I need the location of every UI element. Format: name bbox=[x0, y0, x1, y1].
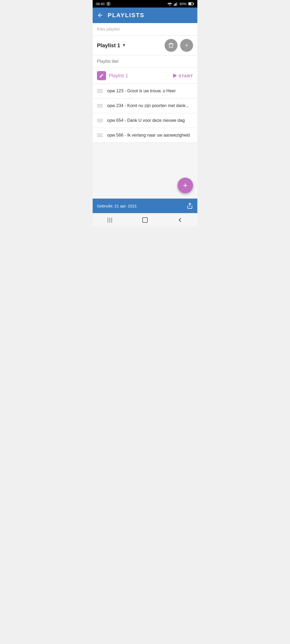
list-item[interactable]: opw 566 - Ik verlang naar uw aanwezighei… bbox=[93, 128, 197, 143]
playlist-title-input[interactable] bbox=[97, 59, 193, 64]
action-buttons: + bbox=[165, 39, 193, 52]
main-content: Kies playlist Playlist 1 ▼ + Pl bbox=[93, 23, 197, 199]
list-item[interactable]: opw 234 - Komt nu zijn poorten met dank.… bbox=[93, 98, 197, 113]
start-label: START bbox=[179, 74, 193, 78]
nav-bar: ||| bbox=[93, 213, 197, 226]
recent-apps-icon: ||| bbox=[107, 217, 113, 223]
status-left: 08:40 1 bbox=[96, 2, 111, 6]
delete-playlist-button[interactable] bbox=[165, 39, 177, 52]
recent-apps-button[interactable]: ||| bbox=[103, 215, 117, 225]
bottom-bar: Gebruikt: 21 apr. 2021 bbox=[93, 199, 197, 213]
list-item[interactable]: opw 654 - Dank U voor deze nieuwe dag bbox=[93, 113, 197, 128]
wifi-icon bbox=[167, 2, 172, 6]
top-bar: PLAYLISTS bbox=[93, 8, 197, 23]
back-nav-icon bbox=[177, 217, 183, 223]
svg-rect-0 bbox=[174, 5, 175, 6]
battery-level: 60% bbox=[180, 2, 187, 6]
share-icon bbox=[187, 203, 193, 209]
battery-icon bbox=[188, 2, 194, 5]
playlist-title-row bbox=[93, 55, 197, 68]
chevron-down-icon: ▼ bbox=[122, 43, 126, 48]
song-title: opw 234 - Komt nu zijn poorten met dank.… bbox=[107, 103, 189, 108]
status-bar: 08:40 1 60% bbox=[93, 0, 197, 8]
edit-icon bbox=[99, 73, 104, 78]
add-song-fab[interactable]: + bbox=[177, 178, 193, 193]
signal-icon bbox=[174, 2, 178, 6]
svg-rect-6 bbox=[189, 3, 191, 5]
start-button[interactable]: START bbox=[173, 74, 193, 78]
svg-rect-2 bbox=[176, 3, 176, 6]
playlist-active-row: Playlist 1 START bbox=[93, 68, 197, 84]
play-icon bbox=[173, 74, 177, 78]
song-title: opw 123 - Groot is uw trouw, o Heer bbox=[107, 89, 176, 93]
plus-icon: + bbox=[185, 42, 188, 49]
svg-rect-5 bbox=[193, 3, 194, 5]
drag-handle-icon bbox=[97, 89, 103, 93]
kies-playlist-placeholder: Kies playlist bbox=[97, 27, 119, 31]
svg-rect-1 bbox=[175, 4, 175, 6]
back-button[interactable] bbox=[97, 12, 103, 19]
list-item[interactable]: opw 123 - Groot is uw trouw, o Heer bbox=[93, 84, 197, 98]
back-nav-button[interactable] bbox=[173, 215, 187, 225]
kies-playlist-selector[interactable]: Kies playlist bbox=[93, 23, 197, 36]
status-time: 08:40 bbox=[96, 2, 105, 6]
playlist-dropdown[interactable]: Playlist 1 ▼ bbox=[97, 42, 165, 49]
home-icon bbox=[142, 217, 148, 223]
playlist-name: Playlist 1 bbox=[97, 42, 120, 49]
gebruikt-date: Gebruikt: 21 apr. 2021 bbox=[97, 204, 137, 208]
song-title: opw 566 - Ik verlang naar uw aanwezighei… bbox=[107, 133, 190, 138]
trash-icon bbox=[168, 42, 174, 48]
page-title: PLAYLISTS bbox=[108, 12, 144, 19]
drag-handle-icon bbox=[97, 134, 103, 137]
edit-icon-wrapper bbox=[97, 71, 106, 80]
song-title: opw 654 - Dank U voor deze nieuwe dag bbox=[107, 118, 185, 123]
svg-rect-7 bbox=[143, 218, 147, 222]
share-button[interactable] bbox=[187, 203, 193, 209]
home-button[interactable] bbox=[138, 215, 152, 225]
notification-badge: 1 bbox=[106, 2, 111, 6]
add-playlist-button[interactable]: + bbox=[180, 39, 193, 52]
drag-handle-icon bbox=[97, 119, 103, 122]
status-right: 60% bbox=[167, 2, 194, 6]
playlist-selector-row: Playlist 1 ▼ + bbox=[93, 36, 197, 55]
playlist-active-name: Playlist 1 bbox=[109, 73, 173, 79]
drag-handle-icon bbox=[97, 104, 103, 107]
svg-rect-3 bbox=[176, 2, 177, 6]
fab-plus-icon: + bbox=[183, 181, 188, 190]
